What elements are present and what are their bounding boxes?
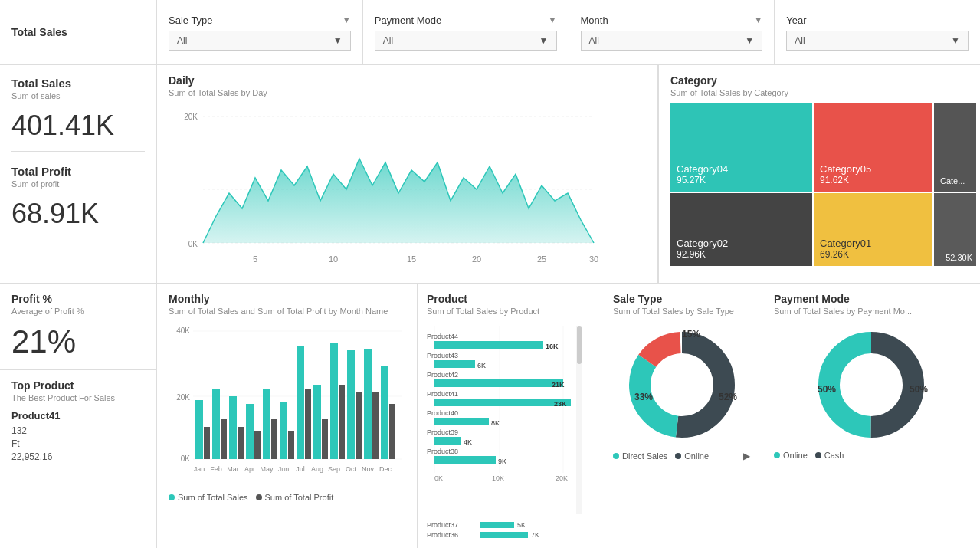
- svg-text:15%: 15%: [682, 329, 700, 340]
- monthly-bar-chart: 40K 20K 0K: [169, 320, 406, 488]
- profit-pct-kpi: Profit % Average of Profit % 21%: [0, 284, 156, 370]
- svg-rect-30: [322, 419, 328, 459]
- treemap-cat01[interactable]: Category01 69.26K: [814, 193, 932, 266]
- online-payment-dot: [774, 452, 780, 458]
- svg-rect-22: [254, 431, 261, 459]
- sales-legend-dot: [169, 494, 175, 500]
- svg-text:23K: 23K: [554, 400, 567, 408]
- treemap-cat02[interactable]: Category02 92.96K: [670, 193, 812, 266]
- svg-text:Jan: Jan: [194, 465, 205, 473]
- month-dropdown[interactable]: All ▼: [581, 31, 763, 51]
- sale-type-legend: Direct Sales Online ▶: [613, 451, 750, 461]
- svg-text:8K: 8K: [491, 419, 500, 427]
- svg-text:20K: 20K: [556, 474, 568, 482]
- sales-legend-label: Sum of Total Sales: [178, 493, 248, 502]
- svg-text:6K: 6K: [477, 362, 486, 369]
- svg-text:52%: 52%: [719, 392, 737, 402]
- svg-text:Sep: Sep: [328, 465, 340, 473]
- svg-text:Product43: Product43: [427, 352, 458, 359]
- payment-mode-filter: Payment Mode ▼ All ▼: [363, 0, 569, 64]
- product-scrollbar-thumb: [577, 326, 582, 364]
- total-profit-subtitle: Sum of profit: [11, 179, 145, 189]
- top-product-unit: Ft: [11, 438, 145, 449]
- online-payment-label: Online: [783, 451, 808, 460]
- svg-text:20K: 20K: [184, 113, 198, 121]
- sale-type-donut-area: 33% 15% 52%: [613, 323, 750, 446]
- svg-text:4K: 4K: [464, 438, 472, 446]
- svg-text:5: 5: [253, 254, 257, 264]
- product-chart-panel: Product Sum of Total Sales by Product 0K…: [418, 284, 601, 548]
- month-chevron: ▼: [754, 15, 762, 25]
- product-scrollbar[interactable]: [576, 326, 582, 514]
- bar-jan-sales[interactable]: [195, 400, 203, 459]
- product-bar-chart: 0K 10K 20K Product44 16K Product43: [427, 320, 576, 484]
- profit-pct-value: 21%: [11, 323, 145, 360]
- category-panel: Category Sum of Total Sales by Category …: [658, 65, 980, 283]
- svg-text:Dec: Dec: [379, 465, 392, 473]
- svg-text:Jun: Jun: [278, 465, 290, 473]
- payment-mode-chart-panel: Payment Mode Sum of Total Sales by Payme…: [762, 284, 980, 548]
- svg-text:Product40: Product40: [427, 409, 458, 417]
- product-chart-area: 0K 10K 20K Product44 16K Product43: [427, 320, 595, 529]
- svg-rect-18: [221, 419, 227, 459]
- sale-type-donut: 33% 15% 52%: [621, 323, 743, 446]
- payment-mode-dropdown[interactable]: All ▼: [375, 31, 557, 51]
- month-filter: Month ▼ All ▼: [569, 0, 775, 64]
- daily-subtitle: Sum of Total Sales by Day: [169, 88, 646, 97]
- payment-mode-chart-title: Payment Mode: [774, 293, 969, 305]
- year-filter: Year All ▼: [775, 0, 980, 64]
- svg-rect-37: [381, 366, 388, 459]
- treemap-extra[interactable]: 52.30K: [934, 193, 976, 266]
- svg-rect-19: [229, 396, 237, 459]
- top-product-sales: 22,952.16: [11, 451, 145, 462]
- dropdown-chevron2: ▼: [539, 35, 549, 46]
- svg-text:Product44: Product44: [427, 333, 458, 340]
- svg-rect-70: [434, 418, 489, 425]
- svg-rect-23: [263, 389, 270, 459]
- svg-text:50%: 50%: [910, 384, 928, 395]
- svg-text:15: 15: [407, 254, 416, 264]
- svg-text:Product42: Product42: [427, 371, 458, 379]
- svg-text:25: 25: [537, 254, 546, 264]
- monthly-subtitle: Sum of Total Sales and Sum of Total Prof…: [169, 307, 405, 316]
- svg-text:30: 30: [589, 254, 598, 264]
- svg-rect-58: [434, 341, 543, 349]
- svg-rect-24: [271, 419, 277, 459]
- treemap-cat05[interactable]: Category05 91.62K: [814, 103, 932, 192]
- svg-text:16K: 16K: [546, 343, 559, 350]
- treemap-cate[interactable]: Cate...: [934, 103, 976, 192]
- top-product-name: Product41: [11, 410, 145, 422]
- svg-text:9K: 9K: [498, 458, 506, 465]
- svg-rect-31: [330, 343, 338, 459]
- svg-text:40K: 40K: [176, 327, 190, 335]
- top-product-subtitle: The Best Product For Sales: [11, 393, 145, 402]
- svg-rect-27: [297, 346, 304, 459]
- online-sales-label: Online: [684, 451, 709, 461]
- svg-point-81: [651, 354, 713, 415]
- payment-chevron: ▼: [549, 15, 557, 25]
- sale-type-dropdown[interactable]: All ▼: [169, 31, 351, 51]
- profit-legend-label: Sum of Total Profit: [265, 493, 334, 502]
- sale-type-arrow[interactable]: ▶: [743, 451, 750, 461]
- total-sales-subtitle: Sum of sales: [11, 91, 145, 100]
- svg-rect-67: [434, 399, 571, 406]
- cash-payment-dot: [815, 452, 821, 458]
- bar-jan-profit[interactable]: [204, 427, 210, 459]
- svg-text:Jul: Jul: [296, 465, 305, 473]
- svg-text:20: 20: [472, 254, 481, 264]
- monthly-chart-panel: Monthly Sum of Total Sales and Sum of To…: [157, 284, 418, 548]
- svg-text:20K: 20K: [176, 393, 190, 402]
- year-dropdown[interactable]: All ▼: [786, 31, 969, 51]
- sale-type-chart-subtitle: Sum of Total Sales by Sale Type: [613, 307, 750, 316]
- payment-donut: 50% 50%: [810, 323, 932, 446]
- treemap-cat04[interactable]: Category04 95.27K: [670, 103, 812, 192]
- payment-mode-filter-title: Payment Mode: [375, 15, 441, 26]
- svg-text:Oct: Oct: [346, 465, 357, 473]
- payment-donut-area: 50% 50%: [774, 323, 969, 446]
- category-title: Category: [670, 74, 969, 87]
- svg-text:Product41: Product41: [427, 390, 458, 398]
- category-subtitle: Sum of Total Sales by Category: [670, 88, 969, 97]
- monthly-legend: Sum of Total Sales Sum of Total Profit: [169, 493, 405, 502]
- svg-rect-20: [238, 427, 244, 459]
- sale-type-filter-title: Sale Type: [169, 15, 213, 26]
